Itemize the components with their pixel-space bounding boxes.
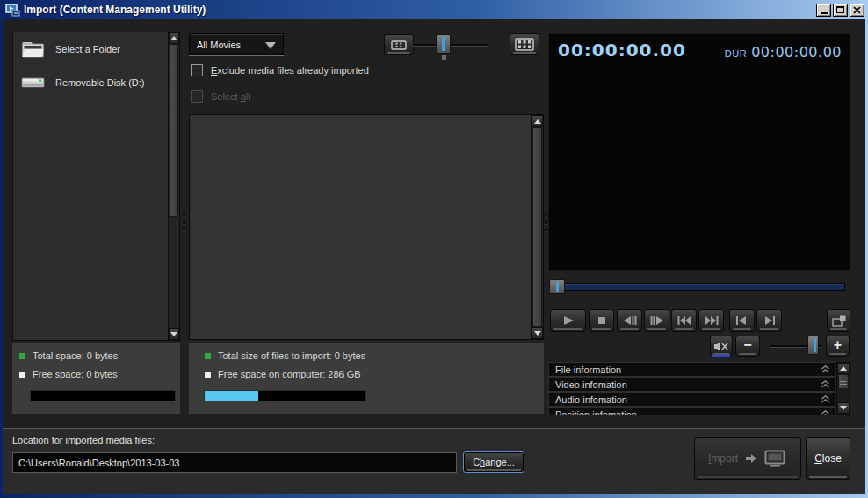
next-clip-icon — [705, 315, 719, 326]
computer-free-space-row: Free space on computer: 286 GB — [205, 369, 361, 379]
scroll-up-button[interactable] — [532, 115, 543, 127]
dialog-body: Select a Folder Removable Disk (D:) — [3, 19, 865, 494]
title-bar: Import (Content Management Utility) — [0, 0, 868, 19]
stop-button[interactable] — [589, 309, 614, 332]
duration-label: DUR — [725, 48, 747, 59]
scroll-up-button[interactable] — [837, 363, 850, 374]
computer-free-space-label: Free space on computer: 286 GB — [218, 369, 361, 379]
slider-tick — [442, 55, 446, 60]
window-title: Import (Content Management Utility) — [24, 4, 814, 16]
scroll-down-button[interactable] — [837, 402, 850, 414]
frame-forward-icon — [650, 315, 664, 326]
go-to-end-icon — [763, 315, 776, 326]
scrollbar-thumb[interactable] — [838, 374, 849, 389]
fullscreen-button[interactable] — [827, 309, 850, 332]
next-clip-button[interactable] — [698, 309, 724, 332]
information-scrollbar — [836, 362, 850, 415]
location-path-input[interactable] — [12, 452, 457, 473]
location-label: Location for imported media files: — [12, 435, 155, 445]
chevron-double-up-icon — [821, 380, 830, 388]
mute-button[interactable] — [710, 336, 733, 357]
close-button[interactable]: Close — [806, 437, 850, 480]
arrow-down-icon — [534, 331, 541, 336]
scrollbar-thumb[interactable] — [532, 127, 542, 327]
film-small-icon — [391, 40, 407, 50]
bottom-bar: Location for imported media files: Chang… — [3, 428, 865, 494]
exclude-imported-checkbox[interactable] — [191, 64, 203, 76]
film-large-icon — [515, 38, 534, 51]
folder-item-label: Select a Folder — [55, 44, 120, 54]
thumbnail-small-button[interactable] — [384, 34, 414, 55]
previous-clip-button[interactable] — [671, 309, 697, 332]
select-all-label: Select all — [211, 91, 250, 102]
timecode-display: 00:00:00.00 — [558, 40, 686, 61]
select-all-checkbox-row: Select all — [191, 90, 250, 103]
volume-slider-handle[interactable] — [807, 336, 819, 355]
folder-item-label: Removable Disk (D:) — [55, 77, 144, 88]
stop-icon — [597, 315, 607, 326]
seek-bar[interactable] — [550, 283, 845, 291]
scroll-down-button[interactable] — [169, 328, 179, 340]
arrow-right-icon — [745, 453, 757, 464]
folder-list-scrollbar — [168, 32, 179, 340]
fullscreen-icon — [832, 315, 846, 327]
device-space-panel: Total space: 0 bytes Free space: 0 bytes — [12, 343, 180, 414]
folder-item-select-a-folder[interactable]: Select a Folder — [13, 32, 179, 66]
import-size-bullet-icon — [205, 353, 211, 359]
scroll-down-button[interactable] — [532, 327, 543, 339]
panel-splitter-left[interactable] — [183, 214, 185, 235]
computer-space-bar — [204, 390, 366, 401]
chevron-double-up-icon — [821, 365, 830, 373]
media-file-list[interactable] — [189, 114, 544, 340]
audio-information-header[interactable]: Audio infomation — [548, 392, 835, 407]
play-button[interactable] — [550, 309, 586, 332]
seek-handle[interactable] — [549, 279, 565, 294]
thumbnail-large-button[interactable] — [510, 33, 539, 55]
panel-splitter-right[interactable] — [545, 214, 547, 235]
exclude-imported-label: Exclude media files already imported — [211, 65, 369, 76]
file-information-header[interactable]: File information — [548, 362, 835, 377]
mute-icon — [713, 341, 729, 352]
minus-icon: − — [743, 338, 751, 352]
duration-value: 00:00:00.00 — [751, 44, 842, 61]
position-information-header[interactable]: Position infomation — [548, 407, 835, 415]
information-panel: File information Video infomation Audio … — [548, 362, 835, 415]
go-to-start-button[interactable] — [729, 309, 755, 332]
minimize-button[interactable] — [816, 4, 831, 17]
thumbnail-size-slider-track[interactable] — [413, 44, 488, 46]
maximize-icon — [836, 6, 844, 13]
total-space-label: Total space: 0 bytes — [33, 350, 118, 361]
video-preview-area: 00:00:00.00 DUR 00:00:00.00 — [548, 33, 850, 271]
chevron-double-up-icon — [821, 395, 830, 403]
media-filter-value: All Movies — [197, 40, 241, 50]
scrollbar-thumb[interactable] — [170, 44, 178, 217]
folder-item-removable-disk[interactable]: Removable Disk (D:) — [13, 66, 179, 99]
computer-space-bar-fill — [205, 391, 258, 401]
import-dialog-window: Import (Content Management Utility) Sele… — [0, 0, 868, 498]
total-space-bullet-icon — [19, 353, 25, 359]
import-button[interactable]: Import — [694, 437, 801, 480]
media-filter-dropdown[interactable]: All Movies — [189, 33, 284, 55]
go-to-start-icon — [735, 315, 749, 326]
frame-forward-button[interactable] — [644, 309, 669, 332]
plus-icon: + — [834, 338, 842, 352]
exclude-imported-checkbox-row: Exclude media files already imported — [191, 64, 369, 76]
volume-down-button[interactable]: − — [735, 336, 760, 357]
computer-free-space-bullet-icon — [205, 372, 211, 378]
close-icon — [852, 5, 862, 15]
media-list-scrollbar — [531, 115, 543, 339]
video-information-header[interactable]: Video infomation — [548, 377, 835, 392]
maximize-button[interactable] — [833, 4, 848, 17]
total-space-row: Total space: 0 bytes — [19, 350, 118, 361]
volume-up-button[interactable]: + — [826, 336, 850, 357]
arrow-up-icon — [840, 366, 847, 371]
play-icon — [561, 315, 576, 326]
thumbnail-size-slider-handle[interactable] — [436, 34, 451, 54]
go-to-end-button[interactable] — [756, 309, 782, 332]
change-location-button[interactable]: Change... — [463, 451, 524, 473]
scroll-up-button[interactable] — [169, 32, 179, 44]
frame-back-button[interactable] — [617, 309, 642, 332]
select-all-checkbox[interactable] — [191, 90, 203, 103]
folder-list: Select a Folder Removable Disk (D:) — [12, 32, 180, 341]
close-window-button[interactable] — [850, 4, 864, 17]
